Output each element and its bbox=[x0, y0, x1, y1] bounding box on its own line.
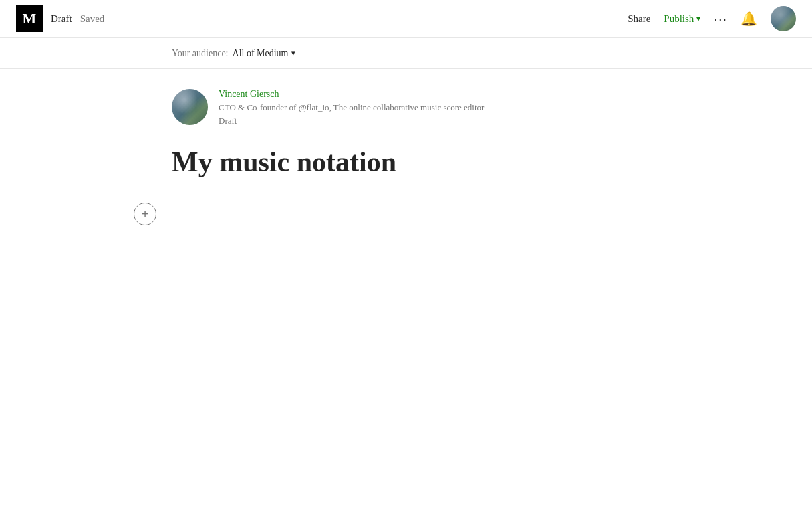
plus-icon: + bbox=[141, 207, 149, 221]
draft-label: Draft bbox=[51, 13, 72, 25]
author-name[interactable]: Vincent Giersch bbox=[219, 89, 484, 100]
saved-label: Saved bbox=[80, 13, 105, 25]
chevron-down-icon: ▾ bbox=[291, 49, 295, 58]
share-button[interactable]: Share bbox=[628, 13, 650, 25]
bell-icon: 🔔 bbox=[740, 11, 757, 26]
notifications-button[interactable]: 🔔 bbox=[740, 11, 757, 27]
audience-bar: Your audience: All of Medium ▾ bbox=[0, 38, 812, 69]
audience-select-button[interactable]: All of Medium ▾ bbox=[233, 48, 295, 59]
content-area: Vincent Giersch CTO & Co-founder of @fla… bbox=[0, 69, 812, 179]
author-avatar bbox=[172, 89, 208, 125]
audience-value-label: All of Medium bbox=[233, 48, 289, 59]
medium-logo[interactable]: M bbox=[16, 5, 43, 32]
article-title[interactable]: My music notation bbox=[172, 145, 640, 179]
author-draft-status: Draft bbox=[219, 116, 484, 126]
author-info: Vincent Giersch CTO & Co-founder of @fla… bbox=[219, 89, 484, 126]
publish-label: Publish bbox=[664, 13, 694, 25]
more-options-label: ··· bbox=[714, 11, 727, 27]
audience-prefix-label: Your audience: bbox=[172, 48, 229, 59]
add-content-button[interactable]: + bbox=[134, 203, 156, 225]
publish-button[interactable]: Publish ▾ bbox=[664, 13, 700, 25]
navbar-right: Share Publish ▾ ··· 🔔 bbox=[628, 6, 796, 31]
avatar[interactable] bbox=[771, 6, 796, 31]
chevron-down-icon: ▾ bbox=[696, 14, 700, 24]
author-section: Vincent Giersch CTO & Co-founder of @fla… bbox=[172, 89, 640, 126]
navbar-left: M Draft Saved bbox=[16, 5, 104, 32]
author-bio: CTO & Co-founder of @flat_io, The online… bbox=[219, 102, 484, 114]
more-options-button[interactable]: ··· bbox=[714, 11, 727, 27]
navbar: M Draft Saved Share Publish ▾ ··· 🔔 bbox=[0, 0, 812, 38]
medium-logo-letter: M bbox=[23, 11, 37, 26]
